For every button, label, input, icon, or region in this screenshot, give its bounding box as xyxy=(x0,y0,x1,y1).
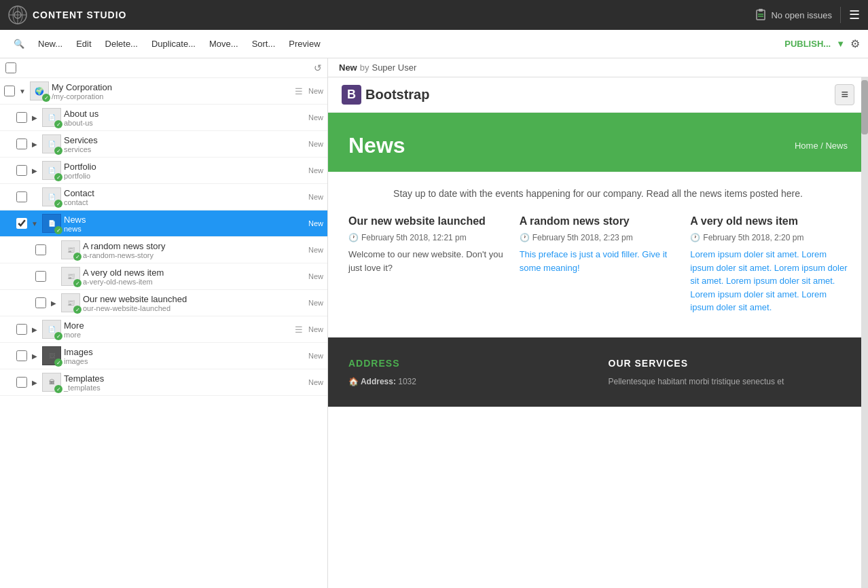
tree-header-left xyxy=(5,62,19,73)
tree-item-my-corporation[interactable]: ▼ 🌍 ✓ My Corporation /my-corporation ☰ N… xyxy=(0,78,327,105)
path-services: services xyxy=(64,145,308,153)
tree-item-images[interactable]: ▶ 🖼 ✓ Images images New xyxy=(0,343,327,369)
label-website-launched: Our new website launched xyxy=(83,294,308,304)
badge-random-news: New xyxy=(308,246,323,254)
preview-inner: B Bootstrap ≡ News Home / News xyxy=(328,77,868,407)
icon-my-corporation: 🌍 ✓ xyxy=(30,81,49,100)
preview-hero: News Home / News xyxy=(328,113,868,172)
label-contact: Contact xyxy=(64,188,308,198)
expand-about-us[interactable]: ▶ xyxy=(30,113,39,122)
duplicate-button[interactable]: Duplicate... xyxy=(146,36,201,52)
sort-button[interactable]: Sort... xyxy=(247,36,281,52)
news-card-1-title: Our new website launched xyxy=(348,215,506,227)
issues-indicator[interactable]: No open issues xyxy=(755,9,832,21)
news-card-1: Our new website launched 🕐 February 5th … xyxy=(348,215,506,314)
news-card-2: A random news story 🕐 February 5th 2018,… xyxy=(520,215,677,314)
publish-button[interactable]: PUBLISH... xyxy=(784,39,831,49)
breadcrumb-home: Home xyxy=(795,141,818,151)
select-all-checkbox[interactable] xyxy=(5,62,16,73)
news-card-3-excerpt: Lorem ipsum doler sit amet. Lorem ipsum … xyxy=(690,248,848,314)
checkbox-services[interactable] xyxy=(16,139,27,149)
path-old-news: a-very-old-news-item xyxy=(83,278,308,286)
bootstrap-logo: B Bootstrap xyxy=(342,85,429,105)
toolbar-left: 🔍 New... Edit Delete... Duplicate... Mov… xyxy=(8,36,326,52)
tree-item-old-news[interactable]: ▶ 📰 ✓ A very old news item a-very-old-ne… xyxy=(0,263,327,290)
clock-icon-3: 🕐 xyxy=(690,233,700,242)
path-images: images xyxy=(64,357,308,365)
tree-item-services[interactable]: ▶ 📄 ✓ Services services New xyxy=(0,131,327,158)
checkbox-old-news[interactable] xyxy=(35,271,46,282)
hamburger-menu-icon[interactable]: ☰ xyxy=(849,7,860,22)
footer-address-text: 🏠 Address: 1032 xyxy=(348,377,588,386)
news-grid: Our new website launched 🕐 February 5th … xyxy=(348,215,848,314)
expand-website-launched[interactable]: ▶ xyxy=(49,298,58,308)
edit-button[interactable]: Edit xyxy=(71,36,96,52)
tree-item-about-us[interactable]: ▶ 📄 ✓ About us about-us New xyxy=(0,105,327,131)
clipboard-icon xyxy=(755,9,767,21)
expand-more[interactable]: ▶ xyxy=(30,325,39,334)
settings-button[interactable]: ⚙ xyxy=(850,37,860,50)
label-random-news: A random news story xyxy=(83,241,308,251)
path-website-launched: our-new-website-launched xyxy=(83,304,308,312)
clock-icon-2: 🕐 xyxy=(520,233,530,242)
checkbox-portfolio[interactable] xyxy=(16,165,27,176)
tree-item-more[interactable]: ▶ 📄 ✓ More more ☰ New xyxy=(0,316,327,343)
checkbox-news[interactable] xyxy=(16,218,27,229)
badge-old-news: New xyxy=(308,272,323,280)
new-button[interactable]: New... xyxy=(33,36,68,52)
bootstrap-logo-text: Bootstrap xyxy=(365,87,429,103)
checkbox-more[interactable] xyxy=(16,324,27,335)
checkbox-my-corporation[interactable] xyxy=(4,86,15,96)
expand-my-corporation[interactable]: ▼ xyxy=(18,86,27,96)
search-button[interactable]: 🔍 xyxy=(8,36,30,52)
badge-services: New xyxy=(308,140,323,148)
preview-nav-hamburger[interactable]: ≡ xyxy=(835,84,854,105)
expand-services[interactable]: ▶ xyxy=(30,139,39,149)
news-card-2-title: A random news story xyxy=(520,215,677,227)
label-my-corporation: My Corporation xyxy=(52,82,295,92)
svg-rect-5 xyxy=(757,10,765,20)
scrollbar-thumb[interactable] xyxy=(861,80,868,134)
delete-button[interactable]: Delete... xyxy=(100,36,143,52)
path-about-us: about-us xyxy=(64,119,308,127)
tree-item-contact[interactable]: ▶ 📄 ✓ Contact contact New xyxy=(0,184,327,210)
tree-item-website-launched[interactable]: ▶ 📰 ✓ Our new website launched our-new-w… xyxy=(0,290,327,316)
expand-portfolio[interactable]: ▶ xyxy=(30,166,39,175)
preview-footer: ADDRESS 🏠 Address: 1032 OUR SERVICES Pel… xyxy=(328,337,868,407)
topbar: CONTENT STUDIO No open issues ☰ xyxy=(0,0,868,30)
app-title: CONTENT STUDIO xyxy=(33,10,126,20)
topbar-divider xyxy=(840,7,841,23)
preview-button[interactable]: Preview xyxy=(283,36,325,52)
path-portfolio: portfolio xyxy=(64,172,308,180)
checkbox-random-news[interactable] xyxy=(35,244,46,255)
path-contact: contact xyxy=(64,198,308,206)
menu-my-corporation[interactable]: ☰ xyxy=(295,86,303,96)
issues-label: No open issues xyxy=(771,10,832,20)
badge-about-us: New xyxy=(308,113,323,122)
expand-images[interactable]: ▶ xyxy=(30,351,39,361)
scrollbar[interactable] xyxy=(861,77,868,588)
tree-item-templates[interactable]: ▶ 🏛 ✓ Templates _templates New xyxy=(0,369,327,396)
checkbox-templates[interactable] xyxy=(16,377,27,388)
clock-icon-1: 🕐 xyxy=(348,233,359,242)
checkbox-about-us[interactable] xyxy=(16,112,27,123)
refresh-icon[interactable]: ↺ xyxy=(314,62,322,73)
checkbox-website-launched[interactable] xyxy=(35,297,46,308)
content-name: New xyxy=(339,62,357,73)
checkbox-images[interactable] xyxy=(16,350,27,361)
move-button[interactable]: Move... xyxy=(204,36,244,52)
tree-item-news[interactable]: ▼ 📄 ✓ News news New xyxy=(0,210,327,237)
publish-dropdown-button[interactable]: ▼ xyxy=(836,39,845,49)
footer-address-title: ADDRESS xyxy=(348,358,588,369)
content-user: Super User xyxy=(372,62,416,73)
badge-templates: New xyxy=(308,378,323,386)
expand-templates[interactable]: ▶ xyxy=(30,378,39,387)
tree-item-portfolio[interactable]: ▶ 📄 ✓ Portfolio portfolio New xyxy=(0,158,327,184)
label-about-us: About us xyxy=(64,109,308,119)
tree-item-random-news[interactable]: ▶ 📰 ✓ A random news story a-random-news-… xyxy=(0,237,327,263)
news-card-3: A very old news item 🕐 February 5th 2018… xyxy=(690,215,848,314)
news-card-2-date: 🕐 February 5th 2018, 2:23 pm xyxy=(520,233,677,242)
menu-more[interactable]: ☰ xyxy=(295,325,303,335)
checkbox-contact[interactable] xyxy=(16,191,27,202)
expand-news[interactable]: ▼ xyxy=(30,219,39,228)
